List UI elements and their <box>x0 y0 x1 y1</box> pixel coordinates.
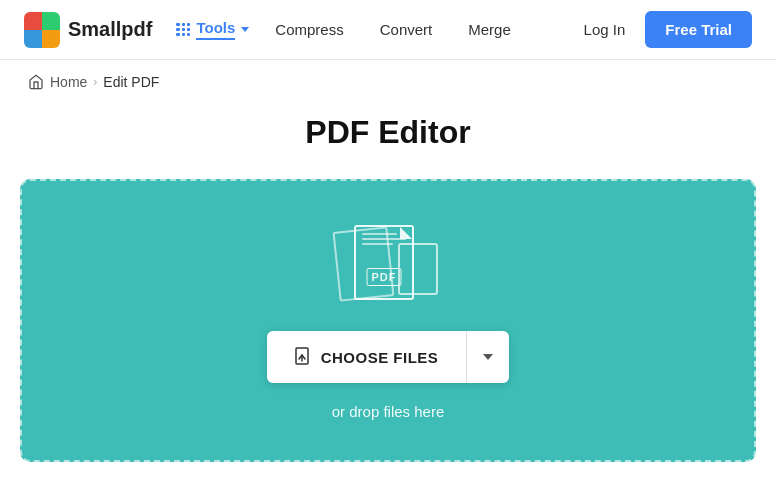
logo-icon <box>24 12 60 48</box>
logo-link[interactable]: Smallpdf <box>24 12 152 48</box>
choose-files-label: CHOOSE FILES <box>321 349 439 366</box>
choose-files-button-group[interactable]: CHOOSE FILES <box>267 331 510 383</box>
breadcrumb-separator: › <box>93 75 97 89</box>
breadcrumb-current: Edit PDF <box>103 74 159 90</box>
grid-icon <box>176 23 190 37</box>
navbar: Smallpdf Tools Compress Convert Merge Lo… <box>0 0 776 60</box>
upload-dropzone[interactable]: CHOOSE FILES or drop files here <box>20 179 756 462</box>
home-icon <box>28 74 44 90</box>
drop-text: or drop files here <box>332 403 445 420</box>
files-illustration <box>328 221 448 311</box>
breadcrumb-home-link[interactable]: Home <box>50 74 87 90</box>
tools-label: Tools <box>196 19 235 40</box>
tools-menu[interactable]: Tools <box>176 19 249 40</box>
chevron-down-icon <box>241 27 249 32</box>
logo-text: Smallpdf <box>68 18 152 41</box>
breadcrumb: Home › Edit PDF <box>0 60 776 104</box>
dropdown-arrow-icon <box>483 354 493 360</box>
compress-link[interactable]: Compress <box>261 21 357 38</box>
free-trial-button[interactable]: Free Trial <box>645 11 752 48</box>
upload-icon <box>295 347 313 367</box>
file-card-front <box>398 243 438 295</box>
merge-link[interactable]: Merge <box>454 21 525 38</box>
page-title-wrapper: PDF Editor <box>0 104 776 179</box>
choose-files-dropdown-button[interactable] <box>466 331 509 383</box>
choose-files-button[interactable]: CHOOSE FILES <box>267 331 467 383</box>
page-title: PDF Editor <box>0 114 776 151</box>
login-button[interactable]: Log In <box>572 21 638 38</box>
convert-link[interactable]: Convert <box>366 21 447 38</box>
